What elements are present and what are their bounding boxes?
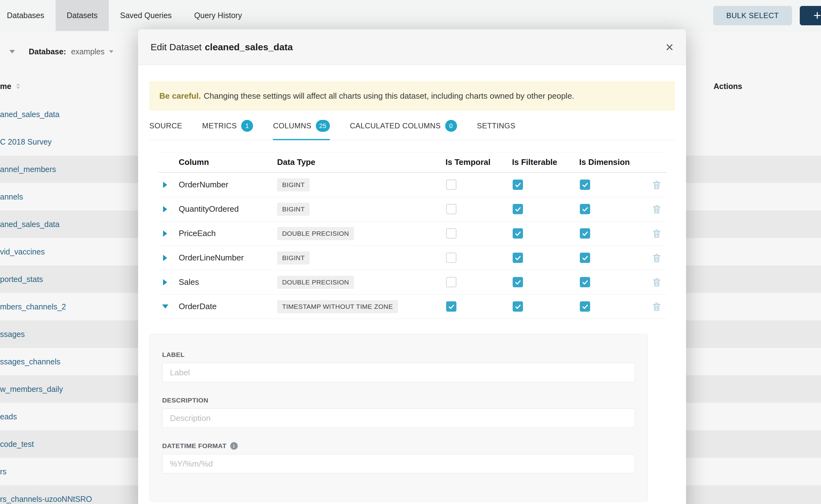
is-filterable-checkbox[interactable] [513, 204, 523, 214]
delete-cell [646, 180, 667, 190]
is-dimension-checkbox[interactable] [580, 204, 590, 214]
caret-cell [158, 255, 179, 261]
chevron-down-icon[interactable] [9, 50, 15, 53]
tab-calculated-columns[interactable]: CALCULATED COLUMNS0 [350, 120, 457, 140]
dataset-link[interactable]: mbers_channels_2 [0, 302, 66, 311]
is-filterable-checkbox[interactable] [513, 180, 523, 190]
expand-caret-icon[interactable] [163, 255, 167, 261]
caret-cell [158, 206, 179, 212]
bulk-select-button[interactable]: BULK SELECT [713, 6, 792, 25]
info-icon[interactable]: i [230, 442, 238, 450]
modal-title-dataset-name: cleaned_sales_data [205, 42, 293, 52]
checkbox-cell [446, 180, 512, 190]
checkbox-cell [579, 180, 646, 190]
tab-label: SOURCE [149, 121, 182, 130]
is-temporal-checkbox[interactable] [446, 277, 457, 287]
nav-item-databases[interactable]: Databases [0, 0, 56, 31]
caret-cell [158, 304, 179, 309]
nav-item-saved-queries[interactable]: Saved Queries [109, 0, 183, 31]
dataset-link[interactable]: annels [0, 192, 23, 201]
is-filterable-checkbox[interactable] [513, 253, 523, 263]
expand-caret-icon[interactable] [163, 206, 167, 212]
is-temporal-checkbox[interactable] [446, 204, 457, 214]
dataset-link[interactable]: C 2018 Survey [0, 137, 52, 146]
is-temporal-checkbox[interactable] [446, 301, 457, 312]
is-dimension-checkbox[interactable] [580, 301, 590, 312]
column-header-actions: Actions [714, 82, 742, 91]
dataset-link[interactable]: ssages [0, 330, 25, 339]
description-field: DESCRIPTION [162, 397, 635, 428]
expand-caret-icon[interactable] [163, 182, 167, 188]
dataset-link[interactable]: rs [0, 467, 7, 476]
add-dataset-button[interactable]: + [800, 6, 821, 25]
is-filterable-checkbox[interactable] [513, 301, 523, 312]
label-input[interactable] [162, 363, 635, 382]
dataset-link[interactable]: code_test [0, 440, 34, 449]
delete-column-icon[interactable] [652, 229, 661, 238]
is-dimension-checkbox[interactable] [580, 180, 590, 190]
column-header-name: me [0, 82, 11, 91]
datetime-format-label-text: DATETIME FORMAT [162, 442, 226, 450]
data-type-cell: DOUBLE PRECISION [277, 276, 446, 289]
column-name: OrderNumber [179, 180, 277, 190]
is-filterable-checkbox[interactable] [513, 277, 523, 287]
delete-column-icon[interactable] [652, 180, 661, 190]
dataset-link[interactable]: aned_sales_data [0, 110, 59, 119]
nav-actions: BULK SELECT + [713, 0, 821, 31]
is-dimension-checkbox[interactable] [580, 277, 590, 287]
chevron-down-icon[interactable] [109, 50, 113, 53]
description-field-label: DESCRIPTION [162, 397, 635, 404]
is-temporal-checkbox[interactable] [446, 228, 457, 239]
datetime-format-field: DATETIME FORMAT i [162, 442, 635, 473]
sort-icon[interactable] [16, 83, 20, 89]
tab-settings[interactable]: SETTINGS [477, 120, 516, 140]
checkbox-cell [512, 301, 579, 312]
delete-column-icon[interactable] [652, 278, 661, 287]
tab-source[interactable]: SOURCE [149, 120, 182, 140]
dataset-link[interactable]: w_members_daily [0, 385, 63, 394]
expand-caret-icon[interactable] [163, 230, 167, 237]
delete-cell [646, 229, 667, 238]
is-temporal-checkbox[interactable] [446, 253, 457, 263]
label-field: LABEL [162, 351, 635, 382]
data-type-pill: BIGINT [277, 203, 309, 216]
delete-column-icon[interactable] [652, 253, 661, 263]
delete-column-icon[interactable] [652, 302, 661, 311]
data-type-cell: BIGINT [277, 178, 446, 191]
delete-column-icon[interactable] [652, 205, 661, 214]
data-type-pill: DOUBLE PRECISION [277, 227, 354, 240]
dataset-link[interactable]: aned_sales_data [0, 220, 59, 229]
dataset-link[interactable]: rs_channels-uzooNNtSRO [0, 495, 92, 504]
database-filter-value[interactable]: examples [71, 47, 105, 56]
dataset-link[interactable]: ssages_channels [0, 357, 60, 366]
delete-cell [646, 253, 667, 263]
label-field-label: LABEL [162, 351, 635, 358]
tab-columns[interactable]: COLUMNS25 [273, 120, 330, 140]
is-temporal-checkbox[interactable] [446, 180, 457, 190]
datetime-format-input[interactable] [162, 454, 635, 473]
caret-cell [158, 230, 179, 237]
dataset-link[interactable]: eads [0, 412, 17, 421]
is-dimension-checkbox[interactable] [580, 228, 590, 239]
modal-header: Edit Datasetcleaned_sales_data × [138, 29, 686, 65]
delete-cell [646, 205, 667, 214]
dataset-link[interactable]: vid_vaccines [0, 247, 45, 256]
checkbox-cell [446, 204, 512, 214]
is-dimension-checkbox[interactable] [580, 253, 590, 263]
nav-item-query-history[interactable]: Query History [183, 0, 253, 31]
dataset-link[interactable]: ported_stats [0, 275, 43, 284]
checkbox-cell [446, 301, 512, 312]
checkbox-cell [579, 204, 646, 214]
column-row: OrderLineNumberBIGINT [158, 246, 667, 270]
tab-label: COLUMNS [273, 121, 311, 130]
is-filterable-checkbox[interactable] [513, 228, 523, 239]
description-input[interactable] [162, 408, 635, 428]
column-row: OrderNumberBIGINT [158, 173, 667, 197]
close-icon[interactable]: × [665, 40, 674, 54]
dataset-link[interactable]: annel_members [0, 165, 56, 174]
nav-item-datasets[interactable]: Datasets [56, 0, 109, 31]
expand-caret-icon[interactable] [163, 279, 167, 285]
tab-metrics[interactable]: METRICS1 [202, 120, 253, 140]
caret-cell [158, 279, 179, 285]
collapse-caret-icon[interactable] [162, 304, 168, 309]
